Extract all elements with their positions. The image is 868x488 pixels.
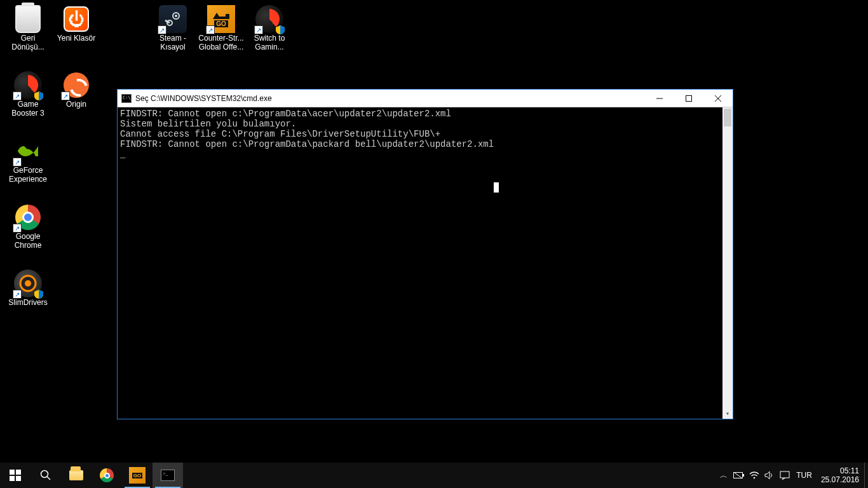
svg-line-14 bbox=[47, 477, 50, 480]
shortcut-overlay-icon: ↗ bbox=[61, 92, 70, 100]
start-button[interactable] bbox=[0, 463, 31, 488]
selection-cursor bbox=[494, 182, 499, 193]
icon-label: Game Booster 3 bbox=[11, 100, 44, 118]
scrollbar[interactable]: ▾ bbox=[722, 107, 733, 419]
maximize-button[interactable] bbox=[674, 90, 703, 107]
tray-clock[interactable]: 05:11 25.07.2016 bbox=[816, 466, 864, 485]
svg-rect-12 bbox=[16, 476, 21, 481]
shortcut-overlay-icon: ↗ bbox=[158, 25, 166, 34]
svg-point-13 bbox=[41, 471, 48, 478]
desktop-icon-origin[interactable]: ↗ Origin bbox=[52, 69, 100, 130]
svg-line-17 bbox=[735, 473, 742, 478]
svg-rect-16 bbox=[743, 474, 744, 477]
taskbar-file-explorer[interactable] bbox=[61, 463, 92, 488]
shortcut-overlay-icon: ↗ bbox=[13, 92, 22, 100]
tray-language[interactable]: TUR bbox=[792, 471, 816, 480]
battery-icon bbox=[733, 471, 745, 479]
cmd-line: FINDSTR: Cannot open c:\ProgramData\acer… bbox=[120, 109, 451, 119]
desktop-icon-new-folder[interactable]: ⏻ Yeni Klasör bbox=[52, 3, 100, 64]
windows-logo-icon bbox=[10, 470, 21, 481]
svg-point-1 bbox=[175, 15, 177, 17]
wifi-icon bbox=[749, 471, 759, 480]
window-title: Seç C:\WINDOWS\SYSTEM32\cmd.exe bbox=[135, 94, 272, 103]
titlebar[interactable]: Seç C:\WINDOWS\SYSTEM32\cmd.exe bbox=[118, 90, 733, 107]
desktop-icon-steam[interactable]: ↗ Steam - Kısayol bbox=[149, 3, 197, 64]
desktop-icon-chrome[interactable]: ↗ Google Chrome bbox=[4, 201, 52, 262]
icon-label: Origin bbox=[66, 100, 86, 109]
shortcut-overlay-icon: ↗ bbox=[13, 158, 22, 166]
scrollbar-down-icon[interactable]: ▾ bbox=[722, 409, 733, 419]
icon-label: SlimDrivers bbox=[8, 299, 47, 308]
svg-point-18 bbox=[754, 477, 756, 479]
desktop[interactable]: Geri Dönüşü... ⏻ Yeni Klasör ↗ Steam - K… bbox=[0, 0, 868, 463]
icon-label: GeForce Experience bbox=[9, 166, 47, 184]
icon-label: Google Chrome bbox=[15, 233, 42, 250]
tray-date: 25.07.2016 bbox=[821, 475, 859, 484]
icon-label: Geri Dönüşü... bbox=[11, 34, 44, 52]
icon-label: Counter-Str... Global Offe... bbox=[198, 34, 243, 52]
desktop-icon-slimdrivers[interactable]: ↗ SlimDrivers bbox=[4, 267, 52, 328]
folder-icon bbox=[69, 470, 83, 480]
tray-action-center[interactable] bbox=[777, 463, 792, 488]
desktop-icon-csgo[interactable]: GO ↗ Counter-Str... Global Offe... bbox=[197, 3, 245, 64]
tray-time: 05:11 bbox=[821, 466, 859, 475]
cmd-line: FINDSTR: Cannot open c:\ProgramData\pack… bbox=[120, 139, 494, 149]
icon-label: Steam - Kısayol bbox=[159, 34, 186, 52]
close-button[interactable] bbox=[703, 90, 733, 107]
svg-rect-11 bbox=[10, 476, 15, 481]
desktop-icon-switch-gaming[interactable]: ↗ Switch to Gamin... bbox=[245, 3, 294, 64]
icon-label: Switch to Gamin... bbox=[254, 34, 285, 52]
chevron-up-icon: ︿ bbox=[720, 470, 728, 481]
tray-battery[interactable] bbox=[731, 463, 747, 488]
svg-point-4 bbox=[25, 280, 31, 287]
tray-volume[interactable] bbox=[762, 463, 777, 488]
desktop-icon-game-booster[interactable]: ↗ Game Booster 3 bbox=[4, 69, 52, 130]
taskbar[interactable]: GO >_ ︿ TUR 05:11 25.07.2016 bbox=[0, 463, 868, 488]
csgo-icon: GO bbox=[129, 467, 146, 484]
cmd-output[interactable]: FINDSTR: Cannot open c:\ProgramData\acer… bbox=[118, 107, 733, 419]
uac-shield-icon bbox=[34, 92, 43, 100]
show-desktop-button[interactable] bbox=[864, 463, 868, 488]
uac-shield-icon bbox=[34, 290, 43, 299]
icon-label: Yeni Klasör bbox=[57, 34, 95, 43]
taskbar-cmd[interactable]: >_ bbox=[153, 463, 183, 488]
shortcut-overlay-icon: ↗ bbox=[254, 25, 263, 34]
taskbar-csgo[interactable]: GO bbox=[122, 463, 153, 488]
search-button[interactable] bbox=[31, 463, 61, 488]
svg-rect-6 bbox=[686, 95, 692, 101]
desktop-icon-recycle-bin[interactable]: Geri Dönüşü... bbox=[4, 3, 52, 64]
shortcut-overlay-icon: ↗ bbox=[13, 224, 22, 233]
shortcut-overlay-icon: ↗ bbox=[206, 25, 215, 34]
cmd-icon bbox=[121, 94, 132, 103]
svg-rect-10 bbox=[16, 470, 21, 475]
shortcut-overlay-icon: ↗ bbox=[13, 290, 22, 299]
svg-rect-19 bbox=[780, 471, 789, 478]
cmd-line: Cannot access file C:\Program Files\Driv… bbox=[120, 129, 440, 139]
tray-wifi[interactable] bbox=[747, 463, 762, 488]
notifications-icon bbox=[780, 471, 790, 480]
desktop-icon-geforce[interactable]: ↗ GeForce Experience bbox=[4, 135, 52, 196]
cmd-line: Sistem belirtilen yolu bulamıyor. bbox=[120, 119, 296, 129]
scrollbar-thumb[interactable] bbox=[724, 109, 731, 126]
chrome-icon bbox=[100, 468, 114, 482]
minimize-button[interactable] bbox=[645, 90, 674, 107]
search-icon bbox=[40, 470, 51, 481]
recycle-bin-icon bbox=[15, 5, 41, 33]
cmd-icon: >_ bbox=[161, 470, 175, 481]
tray-overflow-button[interactable]: ︿ bbox=[716, 463, 731, 488]
cmd-window[interactable]: Seç C:\WINDOWS\SYSTEM32\cmd.exe FINDSTR:… bbox=[117, 89, 733, 419]
svg-rect-9 bbox=[10, 470, 15, 475]
speaker-icon bbox=[764, 471, 775, 480]
power-folder-icon: ⏻ bbox=[64, 6, 89, 32]
taskbar-chrome[interactable] bbox=[92, 463, 122, 488]
uac-shield-icon bbox=[276, 25, 285, 34]
